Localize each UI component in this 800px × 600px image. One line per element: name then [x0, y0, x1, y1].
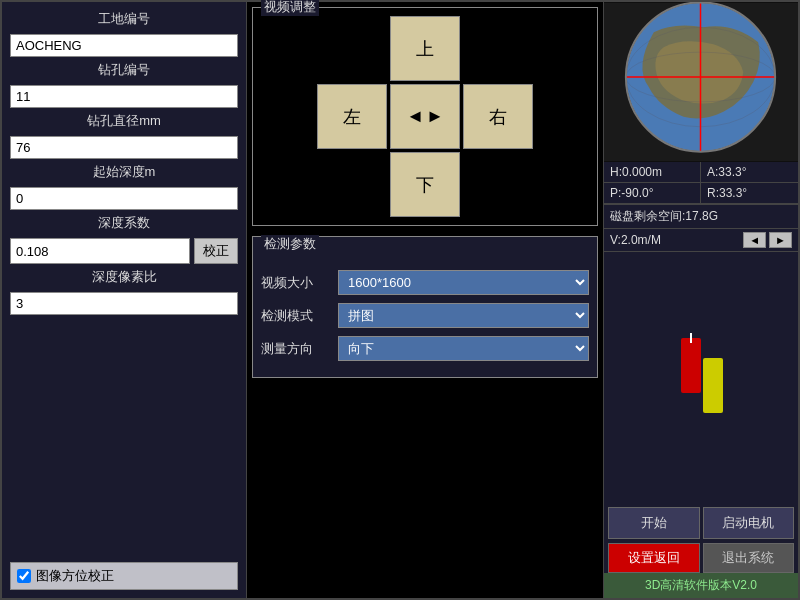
- image-orient-row: 图像方位校正: [10, 562, 238, 590]
- dpad-up-button[interactable]: 上: [390, 16, 460, 81]
- detect-mode-row: 检测模式 拼图 单帧: [261, 303, 589, 328]
- v-label: V:2.0m/M: [610, 233, 661, 247]
- site-input[interactable]: [10, 34, 238, 57]
- storage-row: 磁盘剩余空间:17.8G: [604, 205, 798, 229]
- dpad-empty-tl: [317, 16, 387, 81]
- calibrate-button[interactable]: 校正: [194, 238, 238, 264]
- depth-coef-input[interactable]: [10, 238, 190, 264]
- dpad-empty-tr: [463, 16, 533, 81]
- h-value: H:0.000m: [604, 162, 701, 183]
- video-section: 视频调整 上 左 ◄ ► 右: [252, 7, 598, 226]
- p-value: P:-90.0°: [604, 183, 701, 204]
- a-value: A:33.3°: [701, 162, 798, 183]
- depth-pixel-input[interactable]: [10, 292, 238, 315]
- svg-rect-10: [681, 338, 701, 393]
- video-section-title: 视频调整: [261, 0, 319, 16]
- v-arrows: ◄ ►: [743, 232, 792, 248]
- settings-button[interactable]: 设置返回: [608, 543, 700, 573]
- detect-mode-select[interactable]: 拼图 单帧: [338, 303, 589, 328]
- dpad-left-button[interactable]: 左: [317, 84, 387, 149]
- exit-button[interactable]: 退出系统: [703, 543, 795, 573]
- drill-input[interactable]: [10, 85, 238, 108]
- bottom-buttons: 开始 启动电机: [604, 503, 798, 543]
- dpad-container: 上 左 ◄ ► 右 下: [261, 16, 589, 217]
- info-grid: H:0.000m A:33.3° P:-90.0° R:33.3°: [604, 162, 798, 205]
- drill-label: 钻孔编号: [10, 61, 238, 79]
- middle-panel: 视频调整 上 左 ◄ ► 右: [247, 2, 603, 598]
- storage-label: 磁盘剩余空间:17.8G: [610, 208, 718, 225]
- dpad-right-button[interactable]: 右: [463, 84, 533, 149]
- detect-mode-label: 检测模式: [261, 307, 333, 325]
- dpad-center-button[interactable]: ◄ ►: [390, 84, 460, 149]
- globe-svg: [604, 2, 798, 162]
- site-label: 工地编号: [10, 10, 238, 28]
- measure-dir-label: 测量方向: [261, 340, 333, 358]
- start-depth-input[interactable]: [10, 187, 238, 210]
- diameter-label: 钻孔直径mm: [10, 112, 238, 130]
- left-panel: 工地编号 钻孔编号 钻孔直径mm 起始深度m 深度系数 校正 深度像素比 图像方…: [2, 2, 247, 598]
- depth-pixel-label: 深度像素比: [10, 268, 238, 286]
- video-size-label: 视频大小: [261, 274, 333, 292]
- v-left-arrow-button[interactable]: ◄: [743, 232, 766, 248]
- indicator-svg: [661, 328, 741, 428]
- motor-button[interactable]: 启动电机: [703, 507, 795, 539]
- indicator-area: [604, 252, 798, 503]
- settings-row: 设置返回 退出系统: [604, 543, 798, 573]
- video-size-row: 视频大小 1600*1600 1280*1280 800*800: [261, 270, 589, 295]
- diameter-input[interactable]: [10, 136, 238, 159]
- measure-dir-row: 测量方向 向下 向上: [261, 336, 589, 361]
- version-label: 3D高清软件版本V2.0: [645, 578, 757, 592]
- r-value: R:33.3°: [701, 183, 798, 204]
- globe-container: [604, 2, 798, 162]
- dpad-empty-br: [463, 152, 533, 217]
- detect-section: 检测参数 视频大小 1600*1600 1280*1280 800*800 检测…: [252, 236, 598, 378]
- v-row: V:2.0m/M ◄ ►: [604, 229, 798, 252]
- video-size-select[interactable]: 1600*1600 1280*1280 800*800: [338, 270, 589, 295]
- depth-coef-label: 深度系数: [10, 214, 238, 232]
- measure-dir-select[interactable]: 向下 向上: [338, 336, 589, 361]
- dpad-empty-bl: [317, 152, 387, 217]
- right-panel: H:0.000m A:33.3° P:-90.0° R:33.3° 磁盘剩余空间…: [603, 2, 798, 598]
- image-orient-checkbox[interactable]: [17, 569, 31, 583]
- image-orient-label: 图像方位校正: [36, 567, 114, 585]
- detect-section-title: 检测参数: [261, 235, 319, 253]
- svg-rect-11: [703, 358, 723, 413]
- start-button[interactable]: 开始: [608, 507, 700, 539]
- start-depth-label: 起始深度m: [10, 163, 238, 181]
- dpad-down-button[interactable]: 下: [390, 152, 460, 217]
- version-bar: 3D高清软件版本V2.0: [604, 573, 798, 598]
- v-right-arrow-button[interactable]: ►: [769, 232, 792, 248]
